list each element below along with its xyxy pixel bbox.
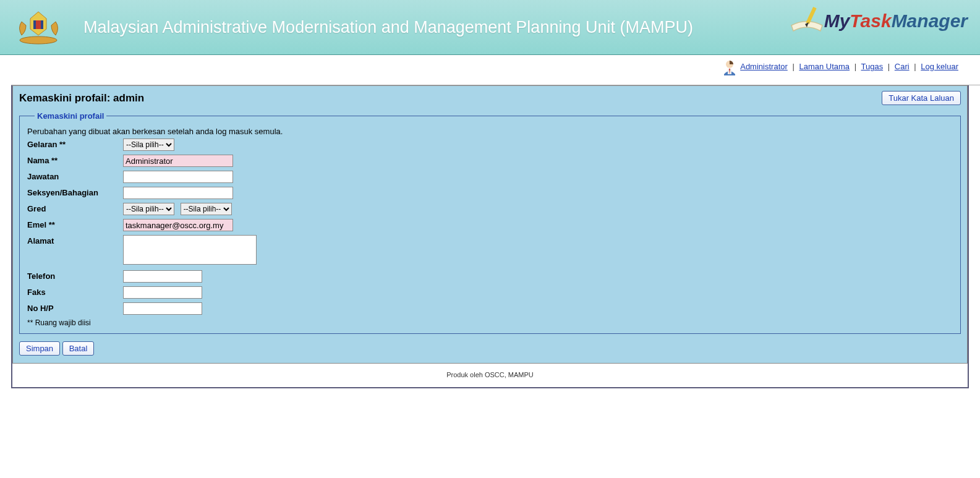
nohp-input[interactable] <box>123 302 202 315</box>
faks-input[interactable] <box>123 286 202 299</box>
footer-text: Produk oleh OSCC, MAMPU <box>12 364 968 387</box>
cancel-button[interactable]: Batal <box>62 341 95 356</box>
top-nav: Administrator | Laman Utama | Tugas | Ca… <box>11 55 980 85</box>
gred-select-2[interactable]: --Sila pilih-- <box>181 203 232 215</box>
page-title: Kemaskini profail: admin <box>19 92 144 105</box>
nama-label: Nama ** <box>27 155 123 165</box>
content-area: Kemaskini profail: admin Tukar Kata Lalu… <box>12 85 968 364</box>
telefon-input[interactable] <box>123 270 202 283</box>
save-button[interactable]: Simpan <box>19 341 60 356</box>
svg-rect-1 <box>33 20 36 29</box>
emel-input[interactable] <box>123 219 233 231</box>
seksyen-label: Seksyen/Bahagian <box>27 187 123 197</box>
gred-select-1[interactable]: --Sila pilih-- <box>123 203 174 215</box>
nama-input[interactable] <box>123 155 233 167</box>
info-text: Perubahan yang dibuat akan berkesan sete… <box>27 127 953 136</box>
nav-home-link[interactable]: Laman Utama <box>799 62 850 71</box>
user-avatar-icon <box>721 59 738 75</box>
alamat-label: Alamat <box>27 235 123 245</box>
jawatan-input[interactable] <box>123 171 233 183</box>
gelaran-select[interactable]: --Sila pilih-- <box>123 139 174 151</box>
nav-user-link[interactable]: Administrator <box>740 62 788 71</box>
faks-label: Faks <box>27 286 123 297</box>
required-footnote: ** Ruang wajib diisi <box>27 318 953 327</box>
nav-tasks-link[interactable]: Tugas <box>861 62 884 71</box>
gelaran-label: Gelaran ** <box>27 139 123 149</box>
telefon-label: Telefon <box>27 270 123 281</box>
alamat-textarea[interactable] <box>123 235 257 265</box>
seksyen-input[interactable] <box>123 187 233 199</box>
svg-point-3 <box>20 36 57 44</box>
gred-label: Gred <box>27 203 123 213</box>
emel-label: Emel ** <box>27 219 123 229</box>
header-banner: Malaysian Administrative Modernisation a… <box>0 0 980 55</box>
fieldset-legend: Kemaskini profail <box>35 111 106 121</box>
jawatan-label: Jawatan <box>27 171 123 181</box>
crest-icon <box>12 9 65 45</box>
header-title: Malaysian Administrative Modernisation a… <box>83 17 693 37</box>
app-logo: MyTaskManager <box>788 4 968 38</box>
nav-logout-link[interactable]: Log keluar <box>921 62 958 71</box>
svg-rect-2 <box>41 20 43 29</box>
nav-search-link[interactable]: Cari <box>895 62 910 71</box>
change-password-button[interactable]: Tukar Kata Laluan <box>882 91 961 105</box>
nohp-label: No H/P <box>27 302 123 313</box>
profile-fieldset: Kemaskini profail Perubahan yang dibuat … <box>19 111 961 334</box>
